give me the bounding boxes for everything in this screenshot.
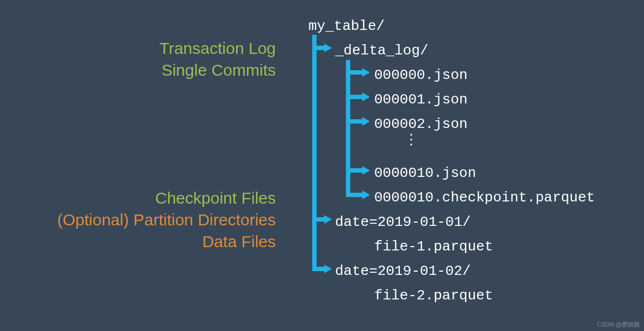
arrow-right-icon (324, 44, 332, 52)
tree-root: my_table/ (308, 18, 385, 34)
tree-connector (346, 60, 350, 197)
tree-partition2: date=2019-01-02/ (335, 263, 471, 279)
tree-commit-1: 000001.json (374, 91, 468, 108)
vdots-icon: ⋮ (404, 137, 418, 142)
tree-commit-10: 0000010.json (374, 165, 476, 181)
tree-connector (312, 217, 325, 222)
tree-commit-0: 000000.json (374, 67, 468, 83)
tree-connector (312, 46, 325, 50)
tree-partition1: date=2019-01-01/ (335, 214, 471, 230)
label-single-commits: Single Commits (162, 61, 276, 79)
arrow-right-icon (362, 191, 370, 199)
arrow-right-icon (324, 215, 332, 224)
tree-connector (346, 95, 363, 99)
tree-connector (312, 267, 325, 271)
arrow-right-icon (324, 265, 332, 273)
tree-file1: file-1.parquet (374, 238, 493, 255)
diagram-canvas: Transaction Log Single Commits Checkpoin… (0, 0, 644, 331)
tree-checkpoint: 0000010.checkpoint.parquet (374, 189, 595, 206)
arrow-right-icon (362, 166, 370, 175)
label-partition-dirs: (Optional) Partition Directories (57, 211, 276, 229)
arrow-right-icon (362, 93, 370, 101)
label-transaction-log: Transaction Log (159, 39, 276, 58)
tree-commit-2: 000002.json (374, 116, 468, 132)
tree-connector (346, 168, 363, 173)
tree-file2: file-2.parquet (374, 287, 493, 304)
watermark: CSDN @肥猫菌 (597, 321, 640, 329)
tree-connector (346, 193, 363, 197)
tree-delta-log-dir: _delta_log/ (335, 42, 429, 59)
tree-connector (346, 119, 363, 124)
tree-connector (346, 70, 363, 75)
tree-connector (312, 35, 317, 271)
label-data-files: Data Files (202, 232, 276, 251)
label-checkpoint-files: Checkpoint Files (155, 189, 276, 207)
arrow-right-icon (362, 68, 370, 77)
arrow-right-icon (362, 117, 370, 126)
